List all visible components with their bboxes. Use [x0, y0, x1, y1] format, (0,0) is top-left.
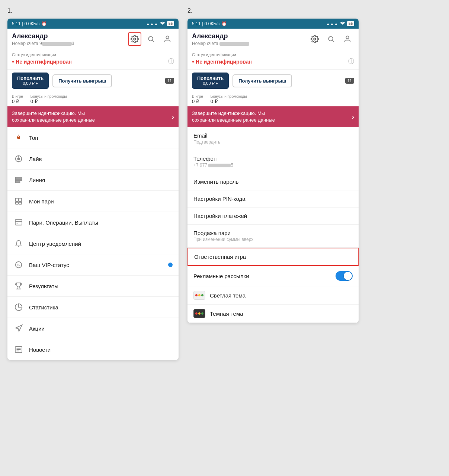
app-header-2: Александр Номер счета [187, 29, 359, 50]
status-icons: ▲▲▲ 55 [146, 21, 174, 26]
status-icons-2: ▲▲▲ 55 [326, 21, 354, 26]
svg-point-24 [314, 38, 316, 40]
id-banner-1[interactable]: Завершите идентификацию. Мысохранили вве… [7, 106, 179, 127]
svg-point-5 [17, 158, 20, 160]
bonus-balance: Бонусы и промокоды 0 ₽ [31, 94, 67, 104]
svg-point-1 [148, 36, 153, 41]
cart-badge-1: 11 [165, 78, 174, 84]
app-header-1: Александр Номер счета 93 [7, 29, 179, 50]
svg-rect-9 [15, 180, 22, 181]
mybets-icon [13, 196, 24, 206]
menu-item-vip[interactable]: % Ваш VIP-статус [7, 254, 179, 276]
promo-toggle-row: Рекламные рассылки [193, 271, 353, 281]
deposit-button-1[interactable]: Пополнить 0,00 ₽ + [12, 73, 49, 89]
svg-point-25 [328, 36, 333, 41]
banner-arrow-1: › [172, 113, 174, 121]
settings-phone[interactable]: Телефон +7 977 5 [187, 150, 359, 173]
settings-email[interactable]: Email Подтвердить [187, 127, 359, 150]
menu-item-live[interactable]: Лайв [7, 148, 179, 170]
in-game-balance: В игре 0 ₽ [12, 94, 23, 104]
pin-label: Настройки PIN-кода [193, 196, 353, 202]
menu-item-line[interactable]: Линия [7, 170, 179, 191]
in-game-label-2: В игре [192, 94, 203, 99]
search-button-2[interactable] [324, 32, 338, 46]
svg-rect-13 [16, 202, 18, 204]
promo-toggle-switch[interactable] [336, 271, 353, 281]
light-theme-dots [195, 294, 203, 296]
theme-dark[interactable]: Темная тема [187, 305, 359, 323]
responsible-gaming-label: Ответственная игра [194, 254, 352, 260]
status-bar-1: 5:11 | 0.0КБ/с ⏰ ▲▲▲ 55 [7, 19, 179, 29]
menu-item-statistics[interactable]: Статистика [7, 297, 179, 318]
clock-icon-2: ⏰ [221, 21, 227, 26]
withdraw-button-2[interactable]: Получить выигрыш [232, 74, 292, 87]
svg-rect-11 [16, 198, 18, 202]
menu-item-operations[interactable]: Пари, Операции, Выплаты [7, 212, 179, 233]
sub-balance-1: В игре 0 ₽ Бонусы и промокоды 0 ₽ [7, 92, 179, 106]
profile-button-1[interactable] [161, 32, 174, 46]
info-icon-1[interactable]: ⓘ [168, 58, 174, 65]
vip-badge [168, 263, 173, 267]
svg-point-3 [166, 36, 169, 39]
menu-item-notifications[interactable]: Центр уведомлений [7, 233, 179, 254]
menu-item-top[interactable]: Топ [7, 127, 179, 148]
deposit-label-2: Пополнить [197, 75, 224, 81]
menu-label-live: Лайв [29, 156, 173, 162]
theme-light[interactable]: Светлая тема [187, 286, 359, 305]
settings-button-1[interactable] [128, 32, 141, 46]
menu-label-notifications: Центр уведомлений [29, 241, 173, 247]
banner-arrow-2: › [352, 113, 354, 121]
deposit-label: Пополнить [17, 75, 44, 81]
profile-button-2[interactable] [341, 32, 354, 46]
settings-change-password[interactable]: Изменить пароль [187, 173, 359, 190]
id-status-value-1: ● Не идентифицирован ⓘ [12, 58, 174, 65]
id-status-value-2: ● Не идентифицирован ⓘ [192, 58, 354, 65]
id-status-label-2: Статус идентификации [192, 52, 354, 57]
settings-button-2[interactable] [308, 32, 321, 46]
notifications-icon [13, 238, 24, 249]
menu-label-mybets: Мои пари [29, 198, 173, 205]
svg-line-2 [153, 41, 154, 42]
in-game-balance-2: В игре 0 ₽ [192, 94, 203, 104]
menu-label-results: Результаты [29, 283, 173, 289]
phone-sub: +7 977 5 [193, 163, 353, 168]
time-display: 5:11 [12, 21, 20, 26]
settings-responsible-gaming[interactable]: Ответственная игра [187, 248, 359, 266]
signal-icon: ▲▲▲ [146, 22, 158, 26]
id-dot-1: ● [12, 60, 14, 64]
svg-point-0 [134, 38, 136, 40]
menu-item-news[interactable]: Новости [7, 339, 179, 360]
banner-text-2: Завершите идентификацию. Мысохранили вве… [192, 110, 349, 123]
header-icons-2 [308, 32, 354, 46]
id-text-2: Не идентифицирован [196, 59, 252, 65]
info-icon-2[interactable]: ⓘ [348, 58, 354, 65]
settings-bet-sale[interactable]: Продажа пари При изменении суммы вверх [187, 225, 359, 248]
menu-label-top: Топ [29, 135, 173, 141]
bonus-value: 0 ₽ [31, 99, 67, 104]
svg-rect-12 [19, 198, 22, 202]
deposit-button-2[interactable]: Пополнить 0,00 ₽ + [192, 73, 229, 89]
settings-pin[interactable]: Настройки PIN-кода [187, 190, 359, 208]
search-button-1[interactable] [144, 32, 158, 46]
withdraw-button-1[interactable]: Получить выигрыш [52, 74, 112, 87]
deposit-amount-2: 0,00 ₽ + [197, 81, 224, 86]
vip-icon: % [13, 260, 24, 270]
settings-payments[interactable]: Настройки платежей [187, 208, 359, 225]
status-time-left: 5:11 | 0.0КБ/с ⏰ [12, 21, 47, 26]
dark-theme-icon [193, 309, 205, 318]
phone-screen-2: 5:11 | 0.0КБ/с ⏰ ▲▲▲ 55 Алек [187, 19, 359, 323]
menu-item-results[interactable]: Результаты [7, 276, 179, 297]
id-text-1: Не идентифицирован [16, 59, 72, 65]
id-banner-2[interactable]: Завершите идентификацию. Мысохранили вве… [187, 106, 359, 127]
payments-label: Настройки платежей [193, 213, 353, 219]
bet-sale-sub: При изменении суммы вверх [193, 237, 353, 242]
menu-item-mybets[interactable]: Мои пари [7, 191, 179, 212]
settings-promo-toggle: Рекламные рассылки [187, 266, 359, 286]
menu-item-promotions[interactable]: Акции [7, 318, 179, 339]
bonus-label-2: Бонусы и промокоды [211, 94, 247, 99]
user-info-2: Александр Номер счета [192, 32, 308, 46]
id-dot-2: ● [192, 60, 194, 64]
promo-toggle-label: Рекламные рассылки [193, 273, 249, 279]
change-password-label: Изменить пароль [193, 178, 353, 185]
battery-icon: 55 [167, 21, 174, 26]
